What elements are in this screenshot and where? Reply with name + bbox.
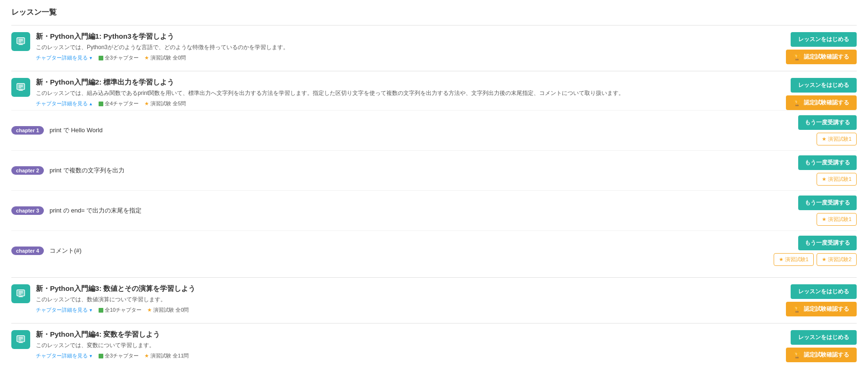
lesson-buttons: レッスンをはじめる🏆認定試験確認する [786, 32, 857, 64]
lesson-icon [11, 284, 30, 303]
trophy-icon: 🏆 [793, 54, 801, 60]
lesson-register-button[interactable]: 🏆認定試験確認する [786, 50, 857, 64]
chapter-right: もう一度受講する★ 演習試験1 [798, 115, 857, 145]
chapter-icon [99, 354, 103, 358]
exercises-count: ★ 演習試験 全5問 [144, 100, 186, 107]
chapter-left: chapter 3print の end= で出力の末尾を指定 [11, 206, 142, 215]
lesson-title: 新・Python入門編2: 標準出力を学習しよう [36, 78, 776, 87]
star-icon: ★ [822, 256, 826, 263]
exercises-count: ★ 演習試験 全11問 [144, 352, 189, 359]
lesson-meta: チャプター詳細を見る 全4チャプター★ 演習試験 全5問 [36, 100, 776, 107]
chapter-icon [99, 102, 103, 106]
chapter-icon [99, 308, 103, 313]
star-icon: ★ [822, 216, 826, 222]
chapters-count: 全4チャプター [99, 100, 139, 107]
lesson-left: 新・Python入門編3: 数値とその演算を学習しようこのレッスンでは、数値演算… [11, 284, 776, 314]
lesson-start-button[interactable]: レッスンをはじめる [791, 284, 857, 299]
lesson-title: 新・Python入門編3: 数値とその演算を学習しよう [36, 284, 776, 293]
lesson-header-row: 新・Python入門編1: Python3を学習しようこのレッスンでは、Pyth… [11, 32, 857, 64]
exercise-button[interactable]: ★ 演習試験1 [817, 173, 857, 186]
chapter-left: chapter 1print で Hello World [11, 126, 102, 135]
chapter-row: chapter 3print の end= で出力の末尾を指定もう一度受講する★… [11, 190, 857, 230]
chapter-detail-link[interactable]: チャプター詳細を見る [36, 352, 93, 359]
page-title: レッスン一覧 [11, 8, 857, 17]
lesson-header-row: 新・Python入門編3: 数値とその演算を学習しようこのレッスンでは、数値演算… [11, 284, 857, 316]
star-icon: ★ [144, 55, 149, 61]
lesson-meta: チャプター詳細を見る 全10チャプター★ 演習試験 全0問 [36, 306, 776, 314]
exercise-buttons-row: ★ 演習試験1 [817, 133, 857, 145]
lesson-buttons: レッスンをはじめる🏆認定試験確認する [786, 284, 857, 316]
lesson-desc: このレッスンでは、変数について学習します。 [36, 341, 776, 349]
lesson-icon [11, 78, 30, 97]
chapter-detail-link[interactable]: チャプター詳細を見る [36, 100, 93, 107]
lesson-start-button[interactable]: レッスンをはじめる [791, 78, 857, 93]
chapter-badge: chapter 3 [11, 206, 44, 215]
chapter-right: もう一度受講する★ 演習試験1★ 演習試験2 [774, 236, 857, 266]
star-icon: ★ [822, 136, 826, 142]
lesson-title: 新・Python入門編4: 変数を学習しよう [36, 330, 776, 339]
exercise-buttons-row: ★ 演習試験1★ 演習試験2 [774, 253, 857, 266]
lesson-desc: このレッスンでは、Python3がどのような言語で、どのような特徴を持っているの… [36, 43, 776, 51]
chapter-retry-button[interactable]: もう一度受講する [798, 196, 857, 210]
exercise-buttons-row: ★ 演習試験1 [817, 173, 857, 186]
lesson-desc: このレッスンでは、組み込み関数であるprint関数を用いて、標準出力へ文字列を出… [36, 89, 776, 97]
trophy-icon: 🏆 [793, 352, 801, 358]
exercise-button[interactable]: ★ 演習試験2 [817, 253, 857, 266]
lesson-register-button[interactable]: 🏆認定試験確認する [786, 348, 857, 362]
exercise-button[interactable]: ★ 演習試験1 [774, 253, 814, 266]
trophy-icon: 🏆 [793, 100, 801, 106]
exercises-count: ★ 演習試験 全0問 [144, 54, 186, 61]
lesson-header-row: 新・Python入門編2: 標準出力を学習しようこのレッスンでは、組み込み関数で… [11, 78, 857, 110]
lesson-info: 新・Python入門編3: 数値とその演算を学習しようこのレッスンでは、数値演算… [36, 284, 776, 314]
lesson-title: 新・Python入門編1: Python3を学習しよう [36, 32, 776, 41]
lesson-desc: このレッスンでは、数値演算について学習します。 [36, 295, 776, 304]
exercise-button[interactable]: ★ 演習試験1 [817, 213, 857, 226]
lesson-register-button[interactable]: 🏆認定試験確認する [786, 95, 857, 110]
lesson-item: 新・Python入門編1: Python3を学習しようこのレッスンでは、Pyth… [11, 25, 857, 71]
chapter-badge: chapter 4 [11, 247, 44, 255]
lesson-icon [11, 330, 30, 349]
lesson-meta: チャプター詳細を見る 全3チャプター★ 演習試験 全0問 [36, 54, 776, 61]
lesson-info: 新・Python入門編2: 標準出力を学習しようこのレッスンでは、組み込み関数で… [36, 78, 776, 107]
lesson-item: 新・Python入門編2: 標準出力を学習しようこのレッスンでは、組み込み関数で… [11, 71, 857, 277]
trophy-icon: 🏆 [793, 306, 801, 313]
lesson-left: 新・Python入門編1: Python3を学習しようこのレッスンでは、Pyth… [11, 32, 776, 61]
star-icon: ★ [822, 176, 826, 182]
star-icon: ★ [779, 256, 784, 263]
chapter-retry-button[interactable]: もう一度受講する [798, 115, 857, 130]
lesson-item: 新・Python入門編4: 変数を学習しようこのレッスンでは、変数について学習し… [11, 323, 857, 369]
lesson-left: 新・Python入門編4: 変数を学習しようこのレッスンでは、変数について学習し… [11, 330, 776, 359]
chapter-retry-button[interactable]: もう一度受講する [798, 236, 857, 250]
lesson-list: 新・Python入門編1: Python3を学習しようこのレッスンでは、Pyth… [11, 25, 857, 369]
chapter-detail-link[interactable]: チャプター詳細を見る [36, 54, 93, 61]
lesson-icon [11, 32, 30, 51]
chapter-badge: chapter 1 [11, 126, 44, 135]
exercise-button[interactable]: ★ 演習試験1 [817, 133, 857, 145]
star-icon: ★ [144, 101, 149, 107]
chapters-count: 全3チャプター [99, 352, 139, 359]
lesson-buttons: レッスンをはじめる🏆認定試験確認する [786, 330, 857, 362]
star-icon: ★ [144, 353, 149, 359]
lesson-buttons: レッスンをはじめる🏆認定試験確認する [786, 78, 857, 110]
lesson-meta: チャプター詳細を見る 全3チャプター★ 演習試験 全11問 [36, 352, 776, 359]
chapter-row: chapter 2print で複数の文字列を出力もう一度受講する★ 演習試験1 [11, 150, 857, 190]
chapter-title: コメント(#) [50, 247, 82, 255]
lesson-info: 新・Python入門編4: 変数を学習しようこのレッスンでは、変数について学習し… [36, 330, 776, 359]
lesson-header-row: 新・Python入門編4: 変数を学習しようこのレッスンでは、変数について学習し… [11, 330, 857, 362]
lesson-register-button[interactable]: 🏆認定試験確認する [786, 302, 857, 316]
lesson-left: 新・Python入門編2: 標準出力を学習しようこのレッスンでは、組み込み関数で… [11, 78, 776, 107]
chapter-row: chapter 4コメント(#)もう一度受講する★ 演習試験1★ 演習試験2 [11, 230, 857, 271]
chapters-count: 全3チャプター [99, 54, 139, 61]
lesson-info: 新・Python入門編1: Python3を学習しようこのレッスンでは、Pyth… [36, 32, 776, 61]
lesson-start-button[interactable]: レッスンをはじめる [791, 32, 857, 47]
chapter-right: もう一度受講する★ 演習試験1 [798, 155, 857, 186]
chapter-icon [99, 56, 103, 60]
chapter-title: print の end= で出力の末尾を指定 [50, 206, 142, 215]
chapter-right: もう一度受講する★ 演習試験1 [798, 196, 857, 226]
chapter-detail-link[interactable]: チャプター詳細を見る [36, 306, 93, 314]
page-container: レッスン一覧 新・Python入門編1: Python3を学習しようこのレッスン… [0, 0, 868, 376]
chapter-retry-button[interactable]: もう一度受講する [798, 155, 857, 170]
chapters-count: 全10チャプター [99, 306, 142, 314]
star-icon: ★ [147, 307, 152, 313]
lesson-start-button[interactable]: レッスンをはじめる [791, 330, 857, 345]
